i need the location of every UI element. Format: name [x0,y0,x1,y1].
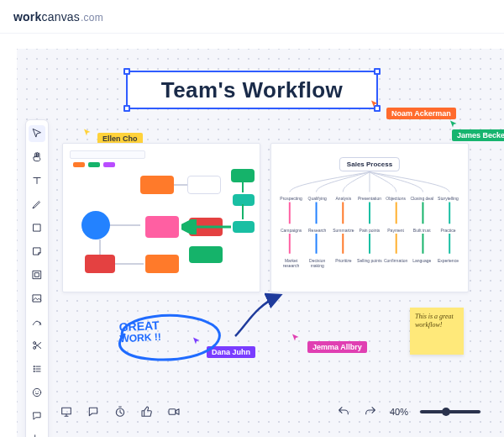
mindmap-row-2: CampaignsResearchSummarizePain pointsPay… [278,228,461,233]
resize-handle[interactable] [123,105,130,112]
zoom-slider-thumb[interactable] [442,408,450,416]
svg-point-6 [34,366,34,367]
svg-point-8 [34,371,34,371]
present-icon[interactable] [59,404,74,419]
pan-tool[interactable] [29,149,45,166]
svg-rect-2 [35,273,39,277]
connector-tool[interactable] [29,313,45,330]
cursor-label-jemma: Jemma Allbry [307,341,367,353]
scissors-tool[interactable] [29,337,45,354]
resize-handle[interactable] [374,68,381,75]
mindmap-row-1: ProspectingQualifyingAnalysisPresentatio… [278,196,461,201]
undo-icon[interactable] [336,404,351,419]
list-tool[interactable] [29,361,45,377]
cursor-label-noam: Noam Ackerman [386,108,456,119]
brand-ext: .com [81,12,103,24]
app-root: workcanvas.com Team's Work [0,0,504,437]
svg-rect-26 [169,409,176,415]
image-tool[interactable] [29,290,45,307]
mindmap-row-3: Market researchDecision makingPrioritize… [278,258,461,268]
crop-tool[interactable] [29,431,45,437]
frame-flowchart[interactable] [62,143,260,292]
timer-icon[interactable] [113,404,128,419]
sticky-tool[interactable] [29,243,45,260]
brand-rest: canvas [41,10,80,24]
zoom-slider[interactable] [420,410,480,413]
bottom-bar: 40% [59,400,480,424]
canvas-title[interactable]: Team's Workflow [161,77,343,103]
video-icon[interactable] [166,404,181,419]
text-tool[interactable] [29,172,45,189]
mindmap-lines [271,144,468,292]
svg-point-9 [33,388,40,396]
redo-icon[interactable] [363,404,378,419]
svg-rect-0 [34,224,40,231]
shape-tool[interactable] [29,219,45,236]
select-tool[interactable] [29,125,45,142]
sticky-note[interactable]: This is a great workflow! [410,308,464,355]
emoji-tool[interactable] [29,384,45,401]
svg-rect-3 [33,295,40,302]
header: workcanvas.com [0,0,504,34]
hand-text: GREAT WORK !! [118,319,161,345]
svg-rect-24 [62,408,71,413]
comment-icon[interactable] [86,404,101,419]
svg-point-7 [34,368,34,369]
title-selection[interactable]: Team's Workflow [126,71,378,109]
side-toolbar [25,119,49,437]
zoom-level: 40% [390,407,408,417]
brand-bold: work [13,10,41,24]
like-icon[interactable] [139,404,155,419]
svg-rect-1 [33,271,40,278]
resize-handle[interactable] [123,68,130,75]
comment-tool[interactable] [29,408,45,424]
link-arrow [230,291,289,341]
brand-logo: workcanvas.com [13,10,103,24]
frame-tool[interactable] [29,266,45,283]
pencil-tool[interactable] [29,196,45,213]
frame-mindmap[interactable]: Sales Process ProspectingQualifyingAnal [270,143,469,292]
canvas[interactable]: Team's Workflow Noam Ackerman James Beck… [17,49,504,437]
cursor-label-james: James Becker [452,129,504,141]
